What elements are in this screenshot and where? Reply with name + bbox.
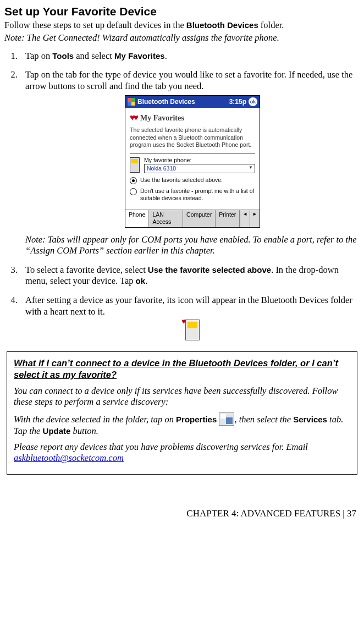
ppc-header: ♥♥ My Favorites: [130, 112, 255, 123]
intro-note: Note: The Get Connected! Wizard automati…: [4, 32, 360, 44]
radio-dont-use-favorite[interactable]: Don't use a favorite - prompt me with a …: [130, 188, 255, 202]
step1-c: .: [165, 51, 167, 61]
intro-b: folder.: [258, 20, 284, 30]
tab-lan-access[interactable]: LAN Access: [149, 210, 183, 227]
radio2-label: Don't use a favorite - prompt me with a …: [140, 188, 255, 202]
phone-icon: [130, 157, 140, 173]
intro-text: Follow these steps to set up default dev…: [4, 20, 360, 31]
ts-p3a: Please report any devices that you have …: [14, 442, 308, 452]
ppc-title-text: Bluetooth Devices: [137, 98, 195, 106]
ts-p2c: elect the: [261, 414, 294, 425]
ts-p2b: , then s: [234, 414, 260, 425]
ts-properties: Properties: [176, 415, 217, 424]
ppc-header-text: My Favorites: [140, 113, 184, 123]
troubleshoot-p1: You can connect to a device only if its …: [14, 386, 350, 408]
troubleshoot-box: What if I can’t connect to a device in t…: [7, 351, 357, 475]
radio-icon: [130, 188, 137, 195]
ppc-titlebar: Bluetooth Devices 3:15p ok: [125, 96, 260, 108]
ppc-screenshot: Bluetooth Devices 3:15p ok ♥♥ My Favorit…: [125, 95, 260, 227]
tab-phone[interactable]: Phone: [125, 210, 149, 227]
ppc-tabs: Phone LAN Access Computer Printer ◄ ►: [125, 210, 260, 227]
ppc-time: 3:15p: [229, 98, 246, 106]
step-2: Tap on the tab for the type of device yo…: [20, 69, 360, 257]
step1-fav: My Favorites: [114, 51, 165, 60]
intro-bold: Bluetooth Devices: [186, 20, 258, 30]
step-list: Tap on Tools and select My Favorites. Ta…: [4, 51, 360, 344]
step2-text: Tap on the tab for the type of device yo…: [25, 69, 352, 91]
tab-computer[interactable]: Computer: [183, 210, 216, 227]
step3-c: .: [145, 276, 147, 286]
properties-icon: [219, 412, 234, 426]
ts-p2e: button.: [70, 426, 98, 436]
tab-scroll-right[interactable]: ►: [250, 210, 260, 227]
radio1-label: Use the favorite selected above.: [140, 177, 223, 184]
tab-printer[interactable]: Printer: [216, 210, 240, 227]
hearts-icon: ♥♥: [130, 112, 137, 123]
step2-note: Note: Tabs will appear only for COM port…: [25, 234, 360, 257]
step1-tools: Tools: [52, 51, 74, 60]
favorite-phone-label: My favorite phone:: [144, 157, 255, 164]
step-3: To select a favorite device, select Use …: [20, 265, 360, 287]
troubleshoot-p2: With the device selected in the folder, …: [14, 412, 350, 437]
email-link[interactable]: askbluetooth@socketcom.com: [14, 453, 124, 463]
step3-opt: Use the favorite selected above: [148, 265, 271, 274]
troubleshoot-title: What if I can’t connect to a device in t…: [14, 357, 350, 381]
step4-text: After setting a device as your favorite,…: [25, 295, 352, 317]
tab-scroll-left[interactable]: ◄: [240, 210, 250, 227]
windows-icon: [128, 98, 135, 106]
radio-use-favorite[interactable]: Use the favorite selected above.: [130, 177, 255, 184]
ppc-description: The selected favorite phone is automatic…: [130, 126, 255, 148]
page-footer: CHAPTER 4: ADVANCED FEATURES | 37: [4, 508, 360, 519]
ts-p2a: With the device selected in the folder, …: [14, 414, 176, 425]
troubleshoot-p3: Please report any devices that you have …: [14, 442, 350, 464]
favorite-device-icon: [185, 320, 200, 340]
ok-button[interactable]: ok: [249, 97, 257, 106]
favorite-phone-select[interactable]: Nokia 6310: [144, 164, 255, 173]
step3-ok: ok: [136, 276, 146, 285]
ts-services: Services: [293, 415, 327, 424]
step3-a: To select a favorite device, select: [25, 265, 148, 275]
step1-b: and select: [74, 51, 114, 61]
step-4: After setting a device as your favorite,…: [20, 295, 360, 344]
step1-a: Tap on: [25, 51, 52, 61]
intro-a: Follow these steps to set up default dev…: [4, 20, 186, 30]
radio-icon: [130, 177, 137, 184]
step-1: Tap on Tools and select My Favorites.: [20, 51, 360, 62]
page-title: Set up Your Favorite Device: [4, 4, 360, 19]
ts-update: Update: [43, 426, 71, 436]
